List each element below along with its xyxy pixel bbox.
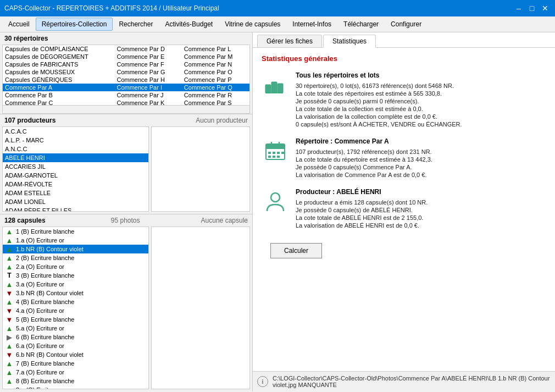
svg-rect-2 (278, 84, 283, 93)
app-title: CAPS-Collector - REPERTOIRES + ADDITIFS … (4, 4, 219, 12)
table-row[interactable]: Capsules de MOUSSEUXCommence Par GCommen… (3, 68, 249, 76)
list-item[interactable]: ADAM ESTELLE (3, 189, 148, 197)
repertoires-table: Capsules de COMPLAISANCECommence Par DCo… (3, 45, 249, 105)
stats-line: La valorisation de Commence Par A est de… (296, 172, 546, 178)
stats-rep-text: Répertoire : Commence Par A 107 producte… (296, 137, 546, 179)
list-item[interactable]: A.C.A.C (3, 127, 148, 136)
capsule-icon: ▲ (5, 368, 14, 376)
capsule-icon: ▲ (5, 236, 14, 244)
list-item[interactable]: ADAM LIONEL (3, 197, 148, 206)
list-item[interactable]: ▲6.a (O) Ecriture or (3, 341, 148, 350)
capsule-icon: ▲ (5, 342, 14, 350)
left-panel: 30 répertoires Capsules de COMPLAISANCEC… (0, 32, 253, 391)
svg-rect-12 (281, 152, 284, 154)
list-item[interactable]: ▲5.a (O) Ecriture or (3, 324, 148, 333)
horizontal-scrollbar[interactable] (2, 105, 250, 114)
producteurs-section: 107 producteurs Aucun producteur A.C.A.C… (0, 114, 252, 214)
capsule-icon: T (5, 272, 14, 279)
calculer-button[interactable]: Calculer (270, 243, 322, 258)
table-row[interactable]: Commence Par ACommence Par ICommence Par… (3, 84, 249, 91)
tab-gerer-fiches[interactable]: Gérer les fiches (257, 35, 322, 47)
table-row[interactable]: Commence Par CCommence Par KCommence Par… (3, 99, 249, 105)
list-item[interactable]: ▲2 (B) Ecriture blanche (3, 253, 148, 262)
list-item[interactable]: ▼5 (B) Ecriture blanche (3, 315, 148, 324)
info-icon: i (257, 376, 268, 387)
table-row[interactable]: Capsules de COMPLAISANCECommence Par DCo… (3, 45, 249, 53)
list-item[interactable]: ▲8 (B) Ecriture blanche (3, 377, 148, 385)
list-item[interactable]: ▼4.a (O) Ecriture or (3, 306, 148, 315)
table-row[interactable]: Capsules de DÉGORGEMENTCommence Par ECom… (3, 53, 249, 60)
minimize-button[interactable]: – (513, 3, 524, 14)
capsule-icon: ▶ (5, 333, 14, 341)
svg-rect-0 (265, 85, 271, 93)
producteurs-status: Aucun producteur (196, 117, 248, 124)
menu-item-2[interactable]: Rechercher (113, 18, 159, 31)
stats-line: 0 capsule(s) est/sont À ACHETER, VENDRE … (296, 121, 546, 128)
repertoires-count: 30 répertoires (4, 35, 48, 42)
menu-item-1[interactable]: Répertoires-Collection (36, 18, 113, 31)
list-item[interactable]: ABELÉ HENRI (3, 153, 148, 162)
capsule-icon: ▲ (5, 360, 14, 367)
svg-rect-6 (266, 147, 285, 149)
list-item[interactable]: ▲3.a (O) Ecriture or (3, 280, 148, 289)
list-item[interactable]: ▲7 (B) Ecriture blanche (3, 359, 148, 368)
list-item[interactable]: ▲1.b NR (B) Contour violet (3, 245, 148, 253)
producteurs-list[interactable]: A.C.A.CA.L.P. - MARCA.N.C.CABELÉ HENRIAC… (2, 126, 149, 212)
menu-item-0[interactable]: Accueil (2, 18, 36, 31)
maximize-button[interactable]: □ (526, 3, 537, 14)
stats-line: La valorisation de la collection complèt… (296, 113, 546, 120)
rep-title: Répertoire : Commence Par A (296, 137, 546, 145)
list-item[interactable]: ADAM-GARNOTEL (3, 171, 148, 180)
list-item[interactable]: ACCARIES JIL (3, 162, 148, 171)
list-item[interactable]: ▶6 (B) Ecriture blanche (3, 333, 148, 341)
calendar-icon (262, 137, 289, 162)
list-item[interactable]: ADAM PÈRE ET FILLES (3, 206, 148, 212)
menu-item-4[interactable]: Vitrine de capsules (219, 18, 286, 31)
tab-statistiques[interactable]: Statistiques (323, 35, 376, 48)
capsule-icon: ▼ (5, 289, 14, 297)
tabs-bar: Gérer les fiches Statistiques (253, 32, 555, 48)
menu-item-5[interactable]: Internet-Infos (286, 18, 337, 31)
list-item[interactable]: ▲7.a (O) Ecriture or (3, 368, 148, 377)
window-controls: – □ ✕ (513, 3, 551, 14)
bottom-info-bar: i C:\LOGI-Collector\CAPS-Collector-Old\P… (253, 371, 555, 391)
list-item[interactable]: ▲1.a (O) Ecriture or (3, 236, 148, 245)
stats-line: 30 répertoire(s), 0 lot(s), 61673 référe… (296, 82, 546, 89)
list-item[interactable]: ADAM-RÉVOLTE (3, 180, 148, 189)
capsule-icon: ▲ (5, 245, 14, 253)
table-row[interactable]: Commence Par BCommence Par JCommence Par… (3, 91, 249, 99)
svg-rect-1 (271, 82, 277, 93)
bottom-info-text: C:\LOGI-Collector\CAPS-Collector-Old\Pho… (273, 375, 551, 388)
list-item[interactable]: T3 (B) Ecriture blanche (3, 271, 148, 280)
producteur-detail (151, 126, 250, 212)
list-item[interactable]: ▲8.a (O) Ecriture or (3, 385, 148, 389)
all-reps-title: Tous les répertoires et lots (296, 71, 546, 79)
capsules-photos: 95 photos (111, 217, 140, 224)
main-container: 30 répertoires Capsules de COMPLAISANCEC… (0, 32, 555, 391)
menu-item-7[interactable]: Configurer (385, 18, 428, 31)
list-item[interactable]: A.N.C.C (3, 145, 148, 153)
menu-item-3[interactable]: Activités-Budget (159, 18, 219, 31)
prod-title: Producteur : ABELÉ HENRI (296, 188, 546, 196)
capsule-icon: ▲ (5, 254, 14, 262)
title-bar: CAPS-Collector - REPERTOIRES + ADDITIFS … (0, 0, 555, 16)
svg-rect-9 (268, 152, 271, 154)
close-button[interactable]: ✕ (540, 3, 551, 14)
table-row[interactable]: Capsules GÉNÉRIQUESCommence Par HCommenc… (3, 76, 249, 84)
svg-point-16 (271, 193, 280, 202)
list-item[interactable]: ▼6.b NR (B) Contour violet (3, 350, 148, 359)
capsule-icon: ▲ (5, 377, 14, 385)
list-item[interactable]: ▲4 (B) Ecriture blanche (3, 297, 148, 306)
list-item[interactable]: ▲2.a (O) Ecriture or (3, 262, 148, 271)
list-item[interactable]: A.L.P. - MARC (3, 136, 148, 145)
stats-all-text: Tous les répertoires et lots 30 répertoi… (296, 71, 546, 129)
stats-title: Statistiques générales (262, 54, 546, 63)
table-row[interactable]: Capsules de FABRICANTSCommence Par FComm… (3, 60, 249, 68)
stats-line: 107 producteur(s), 1792 référence(s) don… (296, 148, 546, 155)
capsules-list[interactable]: ▲1 (B) Ecriture blanche▲1.a (O) Ecriture… (2, 227, 149, 389)
menu-item-6[interactable]: Télécharger (337, 18, 385, 31)
list-item[interactable]: ▼3.b NR (B) Contour violet (3, 289, 148, 297)
list-item[interactable]: ▲1 (B) Ecriture blanche (3, 227, 148, 236)
capsules-section: 128 capsules 95 photos Aucune capsule ▲1… (0, 214, 252, 391)
repertoires-scroll[interactable]: Capsules de COMPLAISANCECommence Par DCo… (0, 45, 252, 105)
